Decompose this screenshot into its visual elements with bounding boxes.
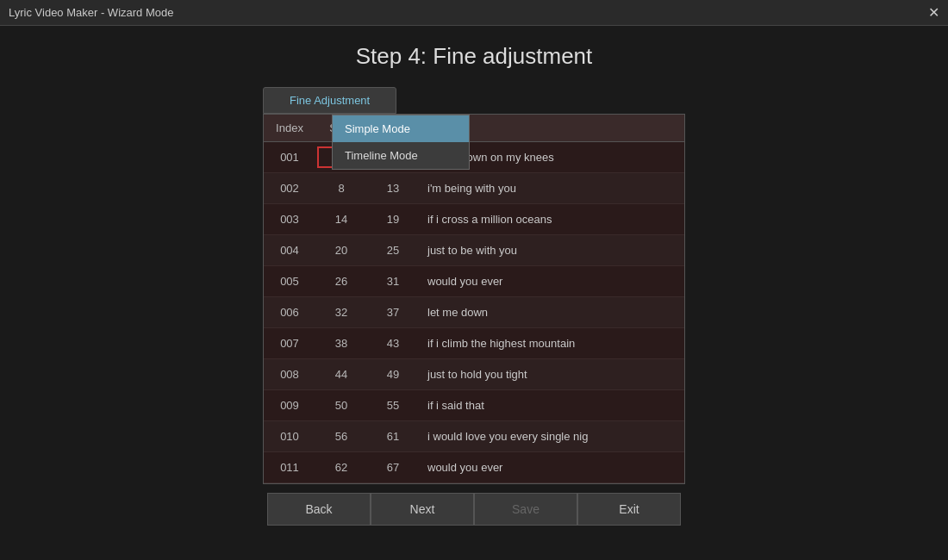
cell-index: 008 [264, 363, 315, 386]
table-row[interactable]: 010 56 61 i would love you every single … [264, 421, 684, 452]
table-row[interactable]: 008 44 49 just to hold you tight [264, 359, 684, 390]
cell-end: 55 [367, 394, 419, 417]
close-button[interactable]: ✕ [928, 6, 939, 20]
cell-lyrics: if i cross a million oceans [419, 208, 684, 231]
page-title: Step 4: Fine adjustment [356, 43, 593, 70]
cell-index: 004 [264, 239, 315, 262]
cell-index: 009 [264, 394, 315, 417]
cell-lyrics: i would love you every single nig [419, 425, 684, 448]
back-button[interactable]: Back [267, 493, 371, 526]
save-button[interactable]: Save [474, 493, 577, 526]
cell-lyrics: if i climb the highest mountain [419, 332, 684, 355]
fine-adjustment-tab[interactable]: Fine Adjustment [263, 87, 396, 114]
cell-index: 010 [264, 425, 315, 448]
tab-area: Fine Adjustment Simple Mode Timeline Mod… [263, 87, 685, 114]
cell-end: 61 [367, 425, 419, 448]
cell-end: 31 [367, 270, 419, 293]
table-row[interactable]: 009 50 55 if i said that [264, 390, 684, 421]
title-bar: Lyric Video Maker - Wizard Mode ✕ [0, 0, 948, 26]
col-index: Index [264, 118, 315, 138]
cell-end: 67 [367, 456, 419, 479]
cell-lyrics: would you ever [419, 456, 684, 479]
cell-start: 50 [315, 394, 367, 417]
cell-lyrics: if i said that [419, 394, 684, 417]
dropdown-menu: Simple Mode Timeline Mode [332, 115, 470, 170]
table-body: 001 2 7 if i got down on my knees 002 8 … [264, 142, 684, 483]
cell-lyrics: just to be with you [419, 239, 684, 262]
cell-end: 13 [367, 177, 419, 200]
dropdown-simple-mode[interactable]: Simple Mode [333, 115, 469, 142]
table-row[interactable]: 007 38 43 if i climb the highest mountai… [264, 328, 684, 359]
table-row[interactable]: 001 2 7 if i got down on my knees [264, 142, 684, 173]
cell-start: 20 [315, 239, 367, 262]
table-row[interactable]: 005 26 31 would you ever [264, 266, 684, 297]
cell-index: 003 [264, 208, 315, 231]
cell-end: 49 [367, 363, 419, 386]
cell-start: 8 [315, 177, 367, 200]
cell-index: 002 [264, 177, 315, 200]
cell-lyrics: let me down [419, 301, 684, 324]
cell-start: 56 [315, 425, 367, 448]
exit-button[interactable]: Exit [577, 493, 681, 526]
bottom-bar: Back Next Save Exit [263, 493, 685, 526]
table-header: Index Start End [264, 115, 684, 142]
cell-index: 011 [264, 456, 315, 479]
cell-start: 32 [315, 301, 367, 324]
dropdown-timeline-mode[interactable]: Timeline Mode [333, 142, 469, 169]
table-row[interactable]: 003 14 19 if i cross a million oceans [264, 204, 684, 235]
table-row[interactable]: 006 32 37 let me down [264, 297, 684, 328]
table-row[interactable]: 002 8 13 i'm being with you [264, 173, 684, 204]
cell-index: 005 [264, 270, 315, 293]
cell-end: 43 [367, 332, 419, 355]
cell-end: 19 [367, 208, 419, 231]
cell-start: 26 [315, 270, 367, 293]
cell-lyrics: would you ever [419, 270, 684, 293]
window-title: Lyric Video Maker - Wizard Mode [9, 6, 173, 19]
table-container: Index Start End 001 2 7 if i got down on… [263, 114, 685, 484]
cell-index: 007 [264, 332, 315, 355]
next-button[interactable]: Next [371, 493, 474, 526]
cell-lyrics: i'm being with you [419, 177, 684, 200]
cell-start: 62 [315, 456, 367, 479]
cell-start: 38 [315, 332, 367, 355]
main-content: Step 4: Fine adjustment Fine Adjustment … [0, 26, 948, 560]
cell-lyrics: just to hold you tight [419, 363, 684, 386]
cell-start: 44 [315, 363, 367, 386]
cell-index: 006 [264, 301, 315, 324]
table-row[interactable]: 004 20 25 just to be with you [264, 235, 684, 266]
cell-start: 14 [315, 208, 367, 231]
cell-end: 37 [367, 301, 419, 324]
cell-index: 001 [264, 146, 315, 169]
cell-end: 25 [367, 239, 419, 262]
table-row[interactable]: 011 62 67 would you ever [264, 452, 684, 483]
